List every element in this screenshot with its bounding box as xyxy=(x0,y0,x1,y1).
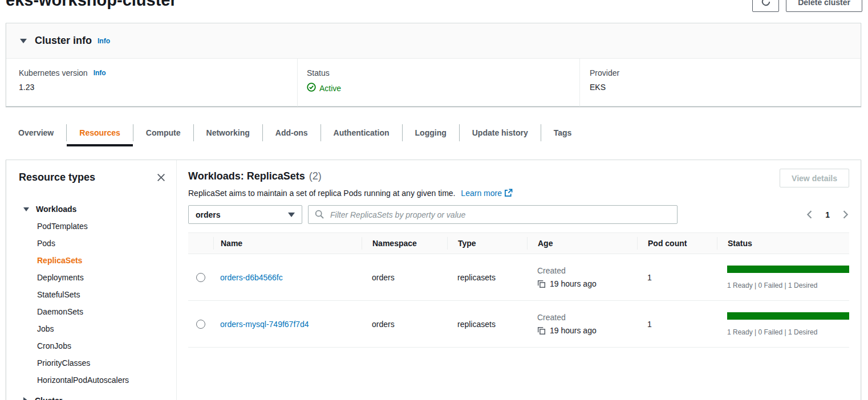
row-pod-count: 1 xyxy=(637,320,717,329)
tab-resources[interactable]: Resources xyxy=(67,119,133,146)
cluster-info-body: Kubernetes version Info 1.23 Status Acti… xyxy=(6,59,861,107)
table-row: orders-d6b4566fc orders replicasets Crea… xyxy=(188,254,849,301)
refresh-button[interactable] xyxy=(752,0,779,12)
check-circle-icon xyxy=(307,83,316,93)
refresh-icon xyxy=(761,0,771,9)
kubernetes-version-info-link[interactable]: Info xyxy=(94,69,106,77)
header-actions: Delete cluster xyxy=(752,0,862,12)
external-link-icon xyxy=(502,189,513,198)
tab-add-ons[interactable]: Add-ons xyxy=(263,119,321,146)
delete-cluster-button[interactable]: Delete cluster xyxy=(786,0,862,12)
provider-value: EKS xyxy=(590,83,861,92)
search-icon xyxy=(315,210,324,221)
status-badge: Active xyxy=(319,84,341,93)
row-radio-button[interactable] xyxy=(196,273,205,282)
row-type: replicasets xyxy=(447,320,527,329)
next-page-icon[interactable] xyxy=(842,210,849,219)
row-age: Created 19 hours ago xyxy=(527,266,637,288)
copy-icon[interactable] xyxy=(537,280,546,288)
provider-label: Provider xyxy=(590,68,619,77)
table-header: Name Namespace Type Age Pod count Status xyxy=(188,232,849,254)
column-header-pod-count: Pod count xyxy=(637,237,717,250)
pagination: 1 xyxy=(806,210,849,219)
row-radio-button[interactable] xyxy=(196,320,205,329)
eks-cluster-page: eks-workshop-cluster Delete cluster Clus… xyxy=(0,0,868,400)
resource-types-sidebar: Resource types Workloads PodTemplates Po… xyxy=(6,160,177,400)
cluster-info-header[interactable]: Cluster info Info xyxy=(6,23,861,59)
cluster-info-card: Cluster info Info Kubernetes version Inf… xyxy=(6,23,861,107)
sidebar-item-deployments[interactable]: Deployments xyxy=(6,269,176,286)
replicasets-table: Name Namespace Type Age Pod count Status… xyxy=(188,232,849,348)
status-field: Status Active xyxy=(297,59,579,107)
sidebar-item-daemonsets[interactable]: DaemonSets xyxy=(6,303,176,320)
column-header-namespace: Namespace xyxy=(362,237,447,250)
tab-update-history[interactable]: Update history xyxy=(460,119,541,146)
filter-row: orders 1 xyxy=(188,205,849,224)
tab-tags[interactable]: Tags xyxy=(541,119,585,146)
sidebar-item-cronjobs[interactable]: CronJobs xyxy=(6,337,176,354)
chevron-down-icon xyxy=(288,213,295,217)
tab-logging[interactable]: Logging xyxy=(403,119,459,146)
column-header-type: Type xyxy=(447,237,527,250)
row-pod-count: 1 xyxy=(637,273,717,282)
resource-types-tree: Workloads PodTemplates Pods ReplicaSets … xyxy=(6,201,176,400)
learn-more-link[interactable]: Learn more xyxy=(461,189,513,198)
resources-card: Resource types Workloads PodTemplates Po… xyxy=(6,160,861,400)
replicasets-panel: Workloads: ReplicaSets (2) View details … xyxy=(177,160,861,400)
replicasets-filter-input[interactable] xyxy=(308,205,678,224)
select-all-column xyxy=(188,237,213,250)
kubernetes-version-value: 1.23 xyxy=(19,83,297,92)
tab-authentication[interactable]: Authentication xyxy=(321,119,402,146)
tab-compute[interactable]: Compute xyxy=(133,119,193,146)
row-age: Created 19 hours ago xyxy=(527,313,637,335)
status-text: 1 Ready | 0 Failed | 1 Desired xyxy=(727,281,849,289)
row-status: 1 Ready | 0 Failed | 1 Desired xyxy=(717,266,849,289)
status-bar xyxy=(727,312,849,320)
cluster-info-info-link[interactable]: Info xyxy=(98,37,110,45)
cluster-info-title: Cluster info xyxy=(35,35,92,47)
tab-networking[interactable]: Networking xyxy=(194,119,262,146)
row-type: replicasets xyxy=(447,273,527,282)
sidebar-item-priorityclasses[interactable]: PriorityClasses xyxy=(6,354,176,372)
sidebar-item-pods[interactable]: Pods xyxy=(6,235,176,252)
sidebar-item-replicasets[interactable]: ReplicaSets xyxy=(6,252,176,269)
panel-title: Workloads: ReplicaSets xyxy=(188,170,305,182)
sidebar-item-statefulsets[interactable]: StatefulSets xyxy=(6,286,176,303)
panel-count: (2) xyxy=(309,170,322,182)
sidebar-item-horizontalpodautoscalers[interactable]: HorizontalPodAutoscalers xyxy=(6,372,176,389)
row-namespace: orders xyxy=(362,320,447,329)
previous-page-icon[interactable] xyxy=(806,210,813,219)
chevron-down-icon xyxy=(23,207,29,211)
provider-field: Provider EKS xyxy=(579,59,861,107)
column-header-name: Name xyxy=(213,237,362,250)
table-row: orders-mysql-749f67f7d4 orders replicase… xyxy=(188,301,849,348)
status-bar xyxy=(727,266,849,273)
page-number[interactable]: 1 xyxy=(825,210,830,219)
replicaset-name-link[interactable]: orders-d6b4566fc xyxy=(220,273,283,282)
column-header-age: Age xyxy=(527,237,637,250)
page-title: eks-workshop-cluster xyxy=(6,0,177,10)
tree-group-workloads[interactable]: Workloads xyxy=(6,201,176,218)
panel-description: ReplicaSet aims to maintain a set of rep… xyxy=(188,187,849,199)
status-text: 1 Ready | 0 Failed | 1 Desired xyxy=(727,328,849,336)
sidebar-item-podtemplates[interactable]: PodTemplates xyxy=(6,218,176,235)
column-header-status: Status xyxy=(717,237,849,250)
kubernetes-version-label: Kubernetes version xyxy=(19,68,88,77)
kubernetes-version-field: Kubernetes version Info 1.23 xyxy=(6,59,297,107)
tab-overview[interactable]: Overview xyxy=(6,119,66,146)
view-details-button[interactable]: View details xyxy=(780,169,849,187)
search-box xyxy=(308,205,678,224)
status-label: Status xyxy=(307,68,330,77)
sidebar-item-jobs[interactable]: Jobs xyxy=(6,320,176,337)
close-icon[interactable] xyxy=(156,173,166,185)
cluster-tabs: Overview Resources Compute Networking Ad… xyxy=(6,119,584,146)
tree-group-cluster[interactable]: Cluster xyxy=(6,392,176,400)
row-status: 1 Ready | 0 Failed | 1 Desired xyxy=(717,312,849,336)
chevron-down-icon xyxy=(20,39,27,43)
resource-types-title: Resource types xyxy=(19,172,95,183)
copy-icon[interactable] xyxy=(537,326,546,335)
replicaset-name-link[interactable]: orders-mysql-749f67f7d4 xyxy=(220,320,309,329)
row-namespace: orders xyxy=(362,273,447,282)
chevron-right-icon xyxy=(23,397,28,400)
namespace-filter-dropdown[interactable]: orders xyxy=(188,205,302,224)
